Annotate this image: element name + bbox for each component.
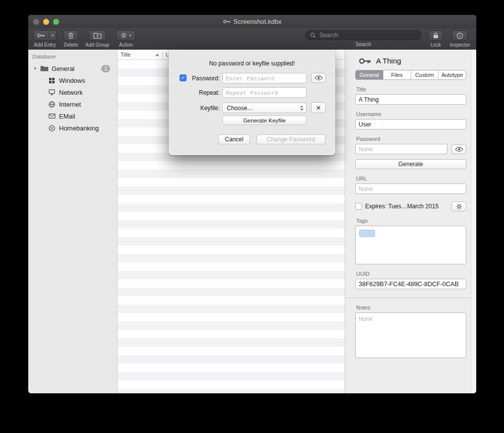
tab-general[interactable]: General: [356, 70, 383, 79]
sidebar-group-general[interactable]: ▼ General 2: [28, 62, 117, 74]
sort-ascending-icon: [155, 54, 159, 56]
uuid-field[interactable]: [355, 279, 466, 289]
gear-icon: [456, 203, 462, 210]
eye-icon: [455, 147, 463, 152]
expires-label: Expires: Tues…March 2015: [365, 203, 448, 210]
password-row: [355, 144, 466, 154]
search-label: Search: [356, 42, 372, 47]
network-icon: [47, 89, 57, 95]
inspector-panel: A Thing General Files Custom Autotype Ti…: [345, 50, 476, 393]
add-entry-button[interactable]: ▾: [33, 30, 57, 41]
search-input[interactable]: [318, 31, 417, 39]
inspector-scrollbar[interactable]: [471, 50, 476, 393]
inspector-header: A Thing: [355, 56, 466, 70]
inspector-tabs: General Files Custom Autotype: [355, 70, 466, 80]
search-field[interactable]: [305, 30, 422, 40]
sidebar-item-homebanking[interactable]: Homebanking: [28, 122, 117, 134]
globe-icon: [47, 101, 57, 108]
titlebar[interactable]: Screenshot.kdbx: [28, 15, 476, 28]
toolbar-action: ▾ Action: [116, 30, 135, 48]
disclosure-triangle-icon[interactable]: ▼: [33, 66, 40, 71]
entry-key-icon: [359, 58, 371, 64]
add-entry-dropdown-arrow[interactable]: ▾: [49, 31, 56, 40]
envelope-icon: [47, 114, 57, 119]
document-key-icon: [223, 19, 231, 24]
entry-title: A Thing: [376, 57, 401, 65]
toolbar-add-group: Add Group: [85, 30, 109, 48]
action-label: Action: [119, 42, 133, 48]
zoom-button[interactable]: [53, 19, 59, 25]
folder-icon: [40, 65, 49, 71]
sidebar-item-network[interactable]: Network: [28, 86, 117, 98]
tab-custom[interactable]: Custom: [411, 70, 439, 79]
url-field[interactable]: [355, 184, 466, 194]
lock-label: Lock: [431, 42, 441, 48]
toolbar-search: Search: [305, 30, 422, 47]
tab-autotype[interactable]: Autotype: [439, 70, 466, 79]
username-field[interactable]: [355, 119, 466, 129]
toolbar-lock: Lock: [429, 30, 443, 48]
keyfile-label: Keyfile:: [169, 105, 220, 112]
password-field-label: Password: [356, 136, 466, 142]
close-button[interactable]: [33, 19, 39, 25]
traffic-lights: [33, 19, 59, 25]
minimize-button[interactable]: [43, 19, 49, 25]
expires-settings-button[interactable]: [451, 201, 466, 211]
column-header-title[interactable]: Title: [118, 50, 163, 60]
popup-stepper-icon: [300, 105, 304, 111]
expires-row: Expires: Tues…March 2015: [355, 201, 466, 211]
reveal-password-button[interactable]: [451, 144, 466, 154]
lock-button[interactable]: [429, 30, 443, 41]
lock-icon: [433, 32, 439, 39]
inspector-button[interactable]: [452, 30, 468, 41]
password-input[interactable]: [222, 73, 307, 83]
toolbar: ▾ Add Entry Delete Add Group: [28, 28, 476, 50]
app-window: Screenshot.kdbx ▾ Add Entry Delete: [28, 15, 476, 393]
inspector-label: Inspector: [450, 42, 470, 48]
window-title-group: Screenshot.kdbx: [223, 18, 282, 25]
title-field[interactable]: [355, 94, 466, 105]
gear-icon: [121, 32, 127, 39]
tab-files[interactable]: Files: [383, 70, 411, 79]
sidebar-item-internet[interactable]: Internet: [28, 98, 117, 110]
notes-field-label: Notes: [356, 305, 466, 310]
search-icon: [310, 32, 316, 38]
change-password-sheet: No password or keyfile supplied! Passwor…: [169, 50, 335, 155]
add-entry-label: Add Entry: [34, 42, 56, 48]
keyfile-value: Choose…: [227, 105, 253, 112]
keyfile-popup[interactable]: Choose…: [222, 103, 307, 113]
add-group-label: Add Group: [85, 42, 109, 48]
sheet-message: No password or keyfile supplied!: [169, 60, 335, 67]
clear-keyfile-button[interactable]: ✕: [311, 102, 326, 113]
show-password-button[interactable]: [311, 73, 326, 83]
action-button[interactable]: ▾: [116, 30, 135, 41]
tags-field[interactable]: [355, 226, 466, 264]
sidebar-item-email[interactable]: EMail: [28, 110, 117, 122]
generate-keyfile-button[interactable]: Generate Keyfile: [222, 116, 307, 125]
generate-password-button[interactable]: Generate: [355, 159, 466, 169]
windows-icon: [47, 77, 57, 84]
column-title-label: Title: [121, 52, 130, 58]
tag-chip[interactable]: [359, 230, 375, 237]
toolbar-add-entry: ▾ Add Entry: [33, 30, 57, 48]
sidebar-item-label: Internet: [59, 101, 81, 108]
sidebar-item-label: Windows: [59, 77, 85, 84]
sidebar-item-label: Network: [59, 89, 83, 96]
sidebar: Database ▼ General 2 Windows Network: [28, 50, 118, 393]
cancel-button[interactable]: Cancel: [218, 134, 250, 144]
sidebar-item-windows[interactable]: Windows: [28, 74, 117, 86]
add-entry-icon: [34, 31, 49, 40]
title-field-label: Title: [356, 86, 466, 92]
sidebar-item-label: EMail: [59, 113, 75, 120]
notes-field[interactable]: [355, 312, 466, 358]
sidebar-header: Database: [28, 53, 117, 62]
change-password-button[interactable]: Change Password: [256, 134, 325, 144]
window-title: Screenshot.kdbx: [234, 18, 282, 25]
password-field[interactable]: [355, 144, 447, 154]
delete-button[interactable]: [63, 30, 78, 41]
expires-checkbox[interactable]: [355, 203, 362, 210]
add-group-button[interactable]: [89, 30, 106, 41]
repeat-input[interactable]: [222, 87, 307, 98]
eye-icon: [315, 75, 323, 80]
entry-count-badge: 2: [101, 65, 110, 72]
